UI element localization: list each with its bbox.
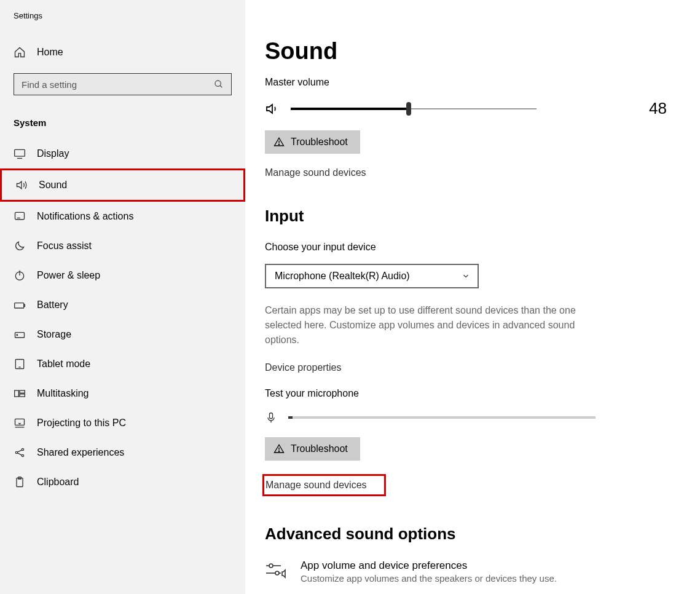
- home-icon: [14, 46, 26, 58]
- mic-level-meter: [288, 416, 596, 419]
- search-icon: [214, 79, 224, 89]
- projecting-icon: [14, 417, 26, 429]
- troubleshoot-label: Troubleshoot: [291, 443, 348, 454]
- troubleshoot-input-button[interactable]: Troubleshoot: [265, 437, 360, 461]
- input-heading: Input: [265, 207, 682, 226]
- sidebar-item-display[interactable]: Display: [0, 139, 245, 168]
- svg-line-22: [18, 453, 22, 455]
- svg-point-11: [17, 335, 18, 336]
- storage-icon: [14, 328, 26, 341]
- moon-icon: [14, 240, 26, 252]
- sidebar-item-tablet-mode[interactable]: Tablet mode: [0, 349, 245, 379]
- sidebar-item-focus-assist[interactable]: Focus assist: [0, 231, 245, 261]
- svg-point-34: [275, 571, 279, 575]
- test-mic-label: Test your microphone: [265, 388, 682, 399]
- search-input[interactable]: [22, 79, 214, 90]
- battery-icon: [14, 299, 26, 311]
- clipboard-icon: [14, 476, 26, 488]
- sidebar-item-label: Focus assist: [37, 240, 92, 251]
- share-icon: [14, 446, 26, 459]
- svg-rect-8: [15, 303, 24, 308]
- svg-rect-15: [20, 390, 25, 393]
- sidebar-item-multitasking[interactable]: Multitasking: [0, 379, 245, 408]
- page-title: Sound: [265, 38, 682, 65]
- device-properties-link[interactable]: Device properties: [265, 362, 342, 373]
- sidebar-item-projecting[interactable]: Projecting to this PC: [0, 408, 245, 438]
- svg-rect-9: [24, 304, 25, 306]
- adv-text-block: App volume and device preferences Custom…: [301, 560, 557, 584]
- svg-point-30: [278, 451, 279, 451]
- sliders-icon: [265, 561, 287, 579]
- sidebar-item-label: Storage: [37, 329, 71, 340]
- home-link[interactable]: Home: [0, 38, 245, 67]
- sidebar-item-sound[interactable]: Sound: [0, 168, 245, 202]
- microphone-icon: [265, 410, 277, 425]
- tablet-icon: [14, 358, 26, 370]
- sidebar-item-clipboard[interactable]: Clipboard: [0, 467, 245, 497]
- warning-icon: [273, 443, 285, 454]
- sidebar-item-label: Notifications & actions: [37, 211, 133, 222]
- power-icon: [14, 269, 26, 282]
- sidebar-item-battery[interactable]: Battery: [0, 290, 245, 320]
- svg-point-26: [278, 144, 279, 145]
- home-label: Home: [37, 47, 63, 58]
- svg-point-20: [22, 454, 23, 456]
- sidebar-nav: Display Sound Notifications & actions Fo…: [0, 139, 245, 497]
- sidebar-item-label: Projecting to this PC: [37, 418, 126, 429]
- notification-icon: [14, 210, 26, 223]
- svg-rect-14: [15, 390, 19, 397]
- svg-rect-27: [270, 413, 273, 419]
- svg-point-19: [22, 448, 23, 450]
- input-device-dropdown[interactable]: Microphone (Realtek(R) Audio): [265, 264, 479, 288]
- warning-icon: [273, 137, 285, 148]
- svg-rect-4: [15, 212, 25, 220]
- svg-line-21: [18, 450, 22, 452]
- dropdown-value: Microphone (Realtek(R) Audio): [275, 271, 410, 282]
- adv-item-title: App volume and device preferences: [301, 560, 557, 572]
- manage-sound-devices-link-input[interactable]: Manage sound devices: [262, 474, 386, 496]
- master-volume-label: Master volume: [265, 77, 682, 88]
- choose-input-label: Choose your input device: [265, 242, 682, 253]
- volume-row: 48: [265, 99, 682, 118]
- volume-value: 48: [649, 99, 682, 118]
- sidebar-item-shared-experiences[interactable]: Shared experiences: [0, 438, 245, 467]
- sidebar-item-label: Shared experiences: [37, 447, 124, 458]
- svg-rect-16: [20, 394, 25, 397]
- multitasking-icon: [14, 387, 26, 400]
- main-content: Sound Master volume 48 Troubleshoot Mana…: [245, 0, 700, 594]
- sidebar-item-label: Multitasking: [37, 388, 88, 399]
- display-icon: [14, 148, 26, 160]
- sidebar-item-storage[interactable]: Storage: [0, 320, 245, 349]
- app-title: Settings: [0, 0, 245, 26]
- sidebar-item-notifications[interactable]: Notifications & actions: [0, 202, 245, 231]
- sidebar-item-power[interactable]: Power & sleep: [0, 261, 245, 290]
- sidebar-section-label: System: [0, 101, 245, 139]
- troubleshoot-label: Troubleshoot: [291, 137, 348, 148]
- sidebar: Settings Home System Display Sound Notif…: [0, 0, 245, 594]
- mic-test-row: [265, 410, 682, 425]
- manage-sound-devices-link[interactable]: Manage sound devices: [265, 167, 366, 178]
- sidebar-item-label: Clipboard: [37, 477, 79, 488]
- svg-rect-2: [15, 149, 25, 156]
- svg-point-18: [15, 451, 17, 453]
- volume-slider[interactable]: [291, 108, 537, 110]
- chevron-down-icon: [462, 272, 470, 280]
- app-volume-preferences-link[interactable]: App volume and device preferences Custom…: [265, 560, 682, 584]
- sidebar-item-label: Battery: [37, 299, 68, 311]
- speaker-icon[interactable]: [265, 101, 280, 116]
- search-box[interactable]: [14, 73, 232, 95]
- adv-item-subtitle: Customize app volumes and the speakers o…: [301, 573, 557, 584]
- svg-point-32: [269, 564, 273, 568]
- input-help-text: Certain apps may be set up to use differ…: [265, 303, 609, 347]
- svg-line-1: [220, 85, 222, 87]
- sidebar-item-label: Display: [37, 148, 69, 159]
- sidebar-item-label: Sound: [39, 180, 67, 191]
- search-container: [0, 67, 245, 101]
- sidebar-item-label: Power & sleep: [37, 270, 100, 281]
- advanced-heading: Advanced sound options: [265, 525, 682, 544]
- sound-icon: [15, 179, 28, 191]
- svg-point-0: [215, 81, 221, 86]
- troubleshoot-output-button[interactable]: Troubleshoot: [265, 130, 360, 154]
- sidebar-item-label: Tablet mode: [37, 358, 90, 370]
